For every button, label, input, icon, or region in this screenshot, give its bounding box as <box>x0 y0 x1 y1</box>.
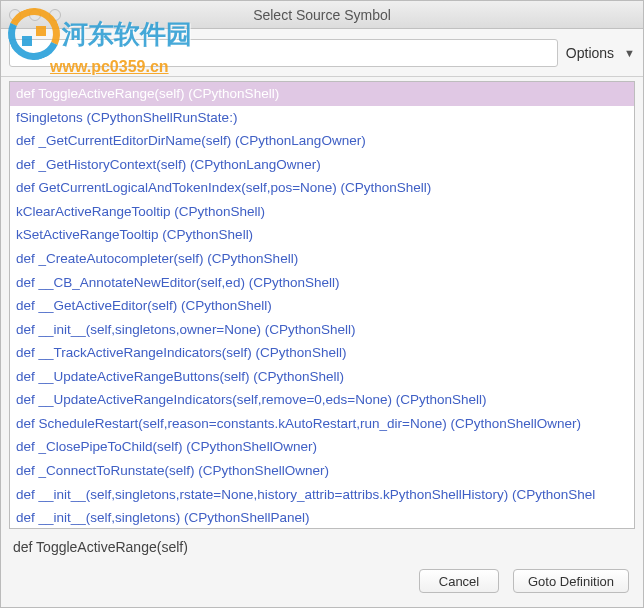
list-item[interactable]: def _GetCurrentEditorDirName(self) (CPyt… <box>10 129 634 153</box>
symbol-list: def ToggleActiveRange(self) (CPythonShel… <box>9 81 635 529</box>
list-item[interactable]: def __UpdateActiveRangeIndicators(self,r… <box>10 388 634 412</box>
cancel-button[interactable]: Cancel <box>419 569 499 593</box>
window-title: Select Source Symbol <box>1 7 643 23</box>
chevron-down-icon[interactable]: ▼ <box>624 47 635 59</box>
list-item[interactable]: kClearActiveRangeTooltip (CPythonShell) <box>10 200 634 224</box>
list-item[interactable]: def _ClosePipeToChild(self) (CPythonShel… <box>10 435 634 459</box>
list-item[interactable]: def ToggleActiveRange(self) (CPythonShel… <box>10 82 634 106</box>
list-item[interactable]: def __init__(self,singletons) (CPythonSh… <box>10 506 634 528</box>
list-item[interactable]: def _CreateAutocompleter(self) (CPythonS… <box>10 247 634 271</box>
list-item[interactable]: def ScheduleRestart(self,reason=constant… <box>10 412 634 436</box>
list-item[interactable]: def __init__(self,singletons,rstate=None… <box>10 483 634 507</box>
list-item[interactable]: def __CB_AnnotateNewEditor(self,ed) (CPy… <box>10 271 634 295</box>
dialog-window: Select Source Symbol Options ▼ def Toggl… <box>0 0 644 608</box>
button-row: Cancel Goto Definition <box>1 561 643 607</box>
symbol-list-scroll[interactable]: def ToggleActiveRange(self) (CPythonShel… <box>10 82 634 528</box>
list-item[interactable]: def __GetActiveEditor(self) (CPythonShel… <box>10 294 634 318</box>
list-item[interactable]: def _ConnectToRunstate(self) (CPythonShe… <box>10 459 634 483</box>
list-item[interactable]: def _GetHistoryContext(self) (CPythonLan… <box>10 153 634 177</box>
list-item[interactable]: def __UpdateActiveRangeButtons(self) (CP… <box>10 365 634 389</box>
titlebar: Select Source Symbol <box>1 1 643 29</box>
horizontal-scrollbar[interactable] <box>10 528 634 529</box>
search-input[interactable] <box>9 39 558 67</box>
list-item[interactable]: def __init__(self,singletons,owner=None)… <box>10 318 634 342</box>
options-label[interactable]: Options <box>566 45 614 61</box>
list-item[interactable]: def __TrackActiveRangeIndicators(self) (… <box>10 341 634 365</box>
list-item[interactable]: kSetActiveRangeTooltip (CPythonShell) <box>10 223 634 247</box>
search-bar: Options ▼ <box>1 29 643 77</box>
goto-definition-button[interactable]: Goto Definition <box>513 569 629 593</box>
selection-display: def ToggleActiveRange(self) <box>1 529 643 561</box>
list-item[interactable]: fSingletons (CPythonShellRunState:) <box>10 106 634 130</box>
list-item[interactable]: def GetCurrentLogicalAndTokenIndex(self,… <box>10 176 634 200</box>
